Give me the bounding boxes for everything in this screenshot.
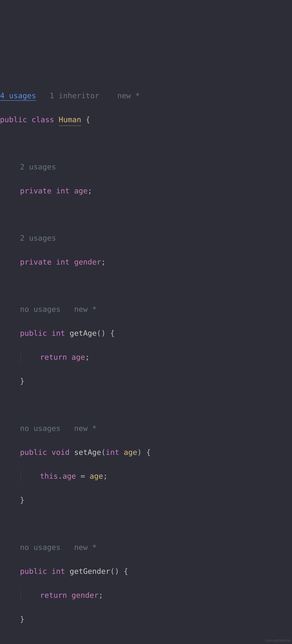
parens: () [110, 567, 119, 576]
open-brace: { [124, 567, 128, 576]
semicolon: ; [103, 472, 108, 480]
class-keyword: class [32, 115, 54, 124]
private-keyword: private [20, 258, 52, 266]
field-age[interactable]: age [74, 186, 88, 195]
method-name-setage[interactable]: setAge [74, 448, 101, 456]
vcs-hint: new * [74, 543, 97, 552]
usages-hint[interactable]: no usages [20, 305, 61, 314]
semicolon: ; [85, 353, 90, 362]
return-keyword: return [40, 591, 67, 600]
int-type: int [56, 258, 70, 266]
param-age-ref[interactable]: age [90, 472, 103, 480]
field-age-declaration: private int age; [0, 185, 292, 197]
field-age-hint[interactable]: 2 usages [0, 161, 292, 173]
int-type: int [106, 448, 119, 456]
int-type: int [52, 329, 65, 338]
semicolon: ; [101, 258, 106, 266]
close-brace: } [0, 613, 292, 625]
semicolon: ; [99, 591, 103, 600]
usages-hint[interactable]: no usages [20, 543, 61, 552]
equals: = [76, 472, 90, 480]
method-getage-hints: no usages new * [0, 303, 292, 315]
method-getgender-signature: public int getGender() { [0, 565, 292, 577]
return-age-statement: return age; [0, 351, 292, 363]
close-brace: } [0, 494, 292, 506]
parens: () [97, 329, 106, 338]
class-hints: 4 usages 1 inheritor new * [0, 90, 292, 102]
code-editor[interactable]: 4 usages 1 inheritor new * public class … [0, 48, 292, 644]
return-gender-statement: return gender; [0, 589, 292, 601]
field-gender-hint[interactable]: 2 usages [0, 232, 292, 244]
assign-age-statement: this.age = age; [0, 470, 292, 482]
public-keyword: public [20, 329, 47, 338]
field-gender-declaration: private int gender; [0, 256, 292, 268]
class-declaration: public class Human { [0, 114, 292, 126]
field-age-ref[interactable]: age [72, 353, 85, 362]
watermark: CSDN @赛博末影猫 [265, 638, 290, 643]
public-keyword: public [0, 115, 27, 124]
semicolon: ; [88, 186, 92, 195]
open-brace: { [86, 115, 90, 124]
usages-hint[interactable]: no usages [20, 424, 61, 433]
return-keyword: return [40, 353, 67, 362]
param-age[interactable]: age [124, 448, 137, 456]
inheritor-hint[interactable]: 1 inheritor [50, 91, 99, 100]
open-brace: { [146, 448, 151, 456]
method-setage-signature: public void setAge(int age) { [0, 446, 292, 458]
method-getgender-hints: no usages new * [0, 542, 292, 553]
void-type: void [52, 448, 70, 456]
vcs-hint: new * [117, 91, 140, 100]
class-name-human[interactable]: Human [59, 114, 81, 126]
int-type: int [56, 186, 70, 195]
close-paren: ) [137, 448, 142, 456]
field-gender-ref[interactable]: gender [72, 591, 99, 600]
vcs-hint: new * [74, 424, 97, 433]
vcs-hint: new * [74, 305, 97, 314]
field-age-ref[interactable]: age [63, 472, 76, 480]
field-gender[interactable]: gender [74, 258, 101, 266]
dot: . [58, 472, 63, 480]
open-paren: ( [101, 448, 106, 456]
public-keyword: public [20, 567, 47, 576]
this-keyword: this [40, 472, 58, 480]
usages-link[interactable]: 4 usages [0, 91, 36, 101]
method-getage-signature: public int getAge() { [0, 327, 292, 339]
private-keyword: private [20, 186, 52, 195]
int-type: int [52, 567, 65, 576]
method-name-getage[interactable]: getAge [70, 329, 97, 338]
open-brace: { [110, 329, 115, 338]
close-brace: } [0, 375, 292, 387]
public-keyword: public [20, 448, 47, 456]
method-setage-hints: no usages new * [0, 422, 292, 434]
method-name-getgender[interactable]: getGender [70, 567, 110, 576]
